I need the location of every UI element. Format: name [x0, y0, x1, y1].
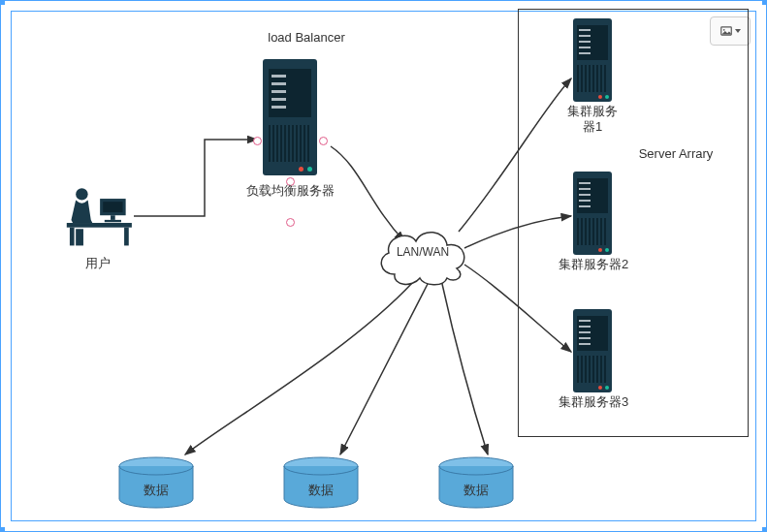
- cloud-label: LAN/WAN: [369, 245, 476, 259]
- database-1[interactable]: 数据: [117, 456, 195, 509]
- server-array-box[interactable]: [518, 9, 749, 437]
- cluster-server-2-label: 集群服务器2: [558, 257, 629, 272]
- load-balancer-label: 负载均衡服务器: [236, 183, 344, 200]
- cloud-node[interactable]: LAN/WAN: [369, 220, 476, 288]
- svg-rect-5: [105, 220, 121, 222]
- resize-handle-tr[interactable]: [762, 0, 767, 5]
- load-balancer-title: load Balancer: [253, 30, 360, 45]
- user-at-desk-icon: [59, 185, 135, 247]
- database-3-label: 数据: [437, 482, 515, 499]
- server-array-title: Server Arrary: [618, 146, 734, 161]
- database-2[interactable]: 数据: [282, 456, 360, 509]
- svg-rect-6: [67, 223, 132, 228]
- svg-rect-7: [70, 228, 75, 246]
- user-node[interactable]: [59, 185, 135, 247]
- cluster-server-1[interactable]: [573, 18, 612, 102]
- resize-handle-tl[interactable]: [0, 0, 5, 5]
- svg-rect-4: [111, 215, 115, 220]
- database-3[interactable]: 数据: [437, 456, 515, 509]
- resize-handle-br[interactable]: [762, 527, 767, 532]
- cluster-server-2[interactable]: [573, 172, 612, 255]
- database-2-label: 数据: [282, 482, 360, 499]
- cluster-server-3[interactable]: [573, 309, 612, 392]
- svg-point-9: [76, 188, 87, 200]
- diagram-canvas[interactable]: load Balancer 用户 负载均衡服务器 LAN/WAN Server …: [0, 0, 767, 532]
- load-balancer-server[interactable]: [263, 59, 317, 175]
- svg-rect-8: [124, 228, 129, 246]
- svg-rect-10: [76, 229, 83, 245]
- resize-handle-bl[interactable]: [0, 527, 5, 532]
- cluster-server-1-label: 集群服务器1: [563, 104, 622, 134]
- user-label: 用户: [69, 255, 127, 272]
- svg-rect-3: [103, 202, 122, 212]
- database-1-label: 数据: [117, 482, 195, 499]
- cluster-server-3-label: 集群服务器3: [558, 394, 629, 410]
- port-label-bottom[interactable]: [286, 218, 295, 227]
- port-right[interactable]: [319, 137, 328, 145]
- port-left[interactable]: [253, 137, 262, 145]
